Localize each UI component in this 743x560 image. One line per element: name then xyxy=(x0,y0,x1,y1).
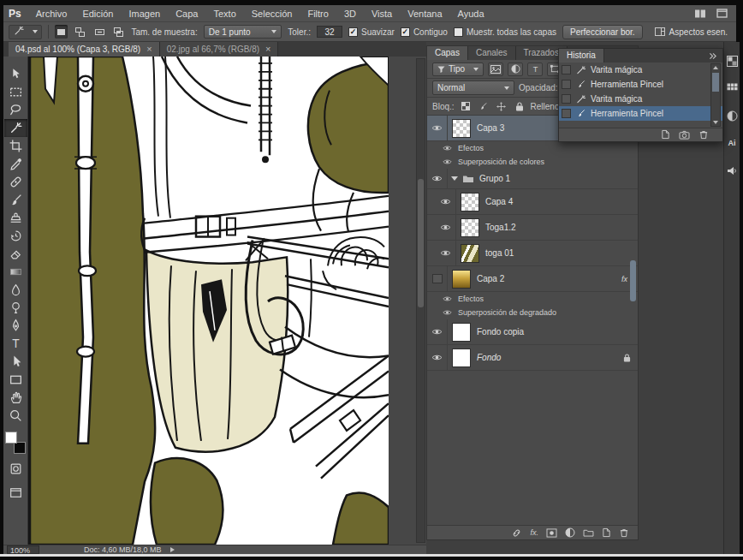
visibility-eye-icon[interactable] xyxy=(436,189,456,214)
layer-row-capa4[interactable]: Capa 4 xyxy=(427,189,638,215)
layer-styles-fx-icon[interactable]: fx. xyxy=(530,528,538,537)
effects-row[interactable]: Efectos xyxy=(427,292,638,306)
add-selection-mode-button[interactable] xyxy=(74,25,86,39)
menu-item-seleccion[interactable]: Selección xyxy=(244,5,300,22)
eraser-tool[interactable] xyxy=(4,245,27,263)
layer-thumbnail[interactable] xyxy=(461,193,479,211)
visibility-eye-icon[interactable] xyxy=(439,295,455,302)
fx-badge[interactable]: fx xyxy=(621,275,627,283)
layer-row-toga12[interactable]: Toga1.2 xyxy=(427,215,638,241)
visibility-eye-icon[interactable] xyxy=(427,345,448,370)
add-layer-mask-icon[interactable] xyxy=(546,528,557,538)
layer-group-row-grupo1[interactable]: Grupo 1 xyxy=(427,169,638,189)
new-snapshot-camera-icon[interactable] xyxy=(679,128,690,143)
lock-position-icon[interactable] xyxy=(495,100,508,113)
antialias-checkbox[interactable]: ✓ Suavizar xyxy=(348,27,395,37)
effect-gradient-overlay-row[interactable]: Superposición de degradado xyxy=(427,306,638,319)
refine-edge-button[interactable]: Perfeccionar bor. xyxy=(562,25,643,39)
visibility-eye-icon[interactable] xyxy=(439,158,455,165)
marquee-tool[interactable] xyxy=(4,83,27,101)
menu-item-imagen[interactable]: Imagen xyxy=(121,5,168,22)
group-expand-triangle-icon[interactable] xyxy=(451,176,458,181)
clone-stamp-tool[interactable] xyxy=(4,209,27,227)
layer-row-fondo[interactable]: Fondo xyxy=(427,345,638,371)
dodge-tool[interactable] xyxy=(4,299,27,317)
subtract-selection-mode-button[interactable] xyxy=(93,25,106,39)
crop-tool[interactable] xyxy=(4,137,27,155)
visibility-eye-icon[interactable] xyxy=(436,241,456,265)
audio-megaphone-icon[interactable] xyxy=(725,164,739,177)
screen-mode-button[interactable] xyxy=(4,484,27,502)
panel-menu-icon[interactable] xyxy=(709,49,722,63)
pen-tool[interactable] xyxy=(4,317,27,335)
layer-thumbnail[interactable] xyxy=(461,218,479,237)
magic-wand-tool[interactable] xyxy=(4,119,27,137)
history-step-2[interactable]: Herramienta Pincel xyxy=(559,77,722,92)
foreground-color-swatch[interactable] xyxy=(5,432,17,444)
canvas-area[interactable] xyxy=(28,57,426,545)
effects-row[interactable]: Efectos xyxy=(427,141,638,155)
close-tab-icon[interactable]: × xyxy=(265,45,270,54)
blend-mode-dropdown[interactable]: Normal xyxy=(432,80,514,95)
adobe-ai-panel-icon[interactable]: Ai xyxy=(725,136,739,150)
layer-row-capa2[interactable]: Capa 2 fx xyxy=(427,266,638,292)
effect-color-overlay-row[interactable]: Superposición de colores xyxy=(427,155,638,169)
swatches-panel-icon[interactable] xyxy=(725,81,739,95)
delete-layer-icon[interactable] xyxy=(619,527,629,538)
zoom-level-field[interactable]: 100% xyxy=(7,545,39,554)
brush-tool[interactable] xyxy=(4,191,27,209)
arrange-documents-icon[interactable] xyxy=(694,9,706,19)
history-step-1[interactable]: Varita mágica xyxy=(559,63,722,77)
visibility-eye-icon[interactable] xyxy=(427,116,448,140)
layer-row-fondo-copia[interactable]: Fondo copia xyxy=(427,319,638,345)
tab-document-04psd[interactable]: 04.psd al 100% (Capa 3, RGB/8) × xyxy=(9,42,160,57)
menu-item-ventana[interactable]: Ventana xyxy=(400,5,449,22)
visibility-eye-icon[interactable] xyxy=(427,169,448,188)
healing-brush-tool[interactable] xyxy=(4,173,27,191)
hand-tool[interactable] xyxy=(4,389,27,407)
layer-thumbnail[interactable] xyxy=(452,323,471,342)
scrollbar-thumb[interactable] xyxy=(418,179,424,307)
history-brush-tool[interactable] xyxy=(4,227,27,245)
history-source-checkbox[interactable] xyxy=(562,109,571,118)
new-adjustment-layer-icon[interactable] xyxy=(565,527,575,538)
layer-thumbnail[interactable] xyxy=(452,119,471,138)
layer-thumbnail[interactable] xyxy=(461,244,479,263)
status-menu-arrow-icon[interactable] xyxy=(170,547,175,552)
visibility-eye-icon[interactable] xyxy=(427,319,448,344)
app-window-icon[interactable] xyxy=(716,9,728,18)
menu-item-edicion[interactable]: Edición xyxy=(74,5,121,22)
visibility-eye-empty[interactable] xyxy=(427,266,448,291)
menu-item-texto[interactable]: Texto xyxy=(205,5,243,22)
history-source-checkbox[interactable] xyxy=(562,65,571,74)
tab-canales[interactable]: Canales xyxy=(468,46,516,60)
quick-mask-button[interactable] xyxy=(4,460,27,478)
tab-document-02jpg[interactable]: 02.jpg al 66,7% (RGB/8) × xyxy=(160,42,279,57)
new-selection-mode-button[interactable] xyxy=(55,25,68,39)
delete-state-trash-icon[interactable] xyxy=(698,128,709,143)
close-tab-icon[interactable]: × xyxy=(146,45,152,54)
gradient-tool[interactable] xyxy=(4,263,27,281)
new-layer-icon[interactable] xyxy=(602,527,611,538)
filter-type-layers-icon[interactable]: T xyxy=(527,63,543,76)
filter-adjustment-layers-icon[interactable] xyxy=(508,63,523,76)
menu-item-vista[interactable]: Vista xyxy=(364,5,400,22)
menu-item-capa[interactable]: Capa xyxy=(168,5,205,22)
zoom-tool[interactable] xyxy=(4,407,27,425)
scroll-up-icon[interactable] xyxy=(712,64,719,71)
lock-transparency-icon[interactable] xyxy=(459,100,473,113)
blur-tool[interactable] xyxy=(4,281,27,299)
visibility-eye-icon[interactable] xyxy=(439,145,455,152)
canvas-vertical-scrollbar[interactable] xyxy=(416,58,425,543)
link-layers-icon[interactable] xyxy=(511,527,522,539)
lock-all-icon[interactable] xyxy=(513,100,526,113)
new-group-icon[interactable] xyxy=(583,528,594,537)
sample-size-dropdown[interactable]: De 1 punto xyxy=(204,25,282,39)
menu-item-filtro[interactable]: Filtro xyxy=(300,5,336,22)
background-color-swatch[interactable] xyxy=(14,442,26,454)
history-step-3[interactable]: Varita mágica xyxy=(559,92,722,106)
lock-pixels-icon[interactable] xyxy=(477,100,490,113)
history-source-checkbox[interactable] xyxy=(562,94,571,104)
menu-item-archivo[interactable]: Archivo xyxy=(28,5,75,22)
move-tool[interactable] xyxy=(4,65,27,83)
